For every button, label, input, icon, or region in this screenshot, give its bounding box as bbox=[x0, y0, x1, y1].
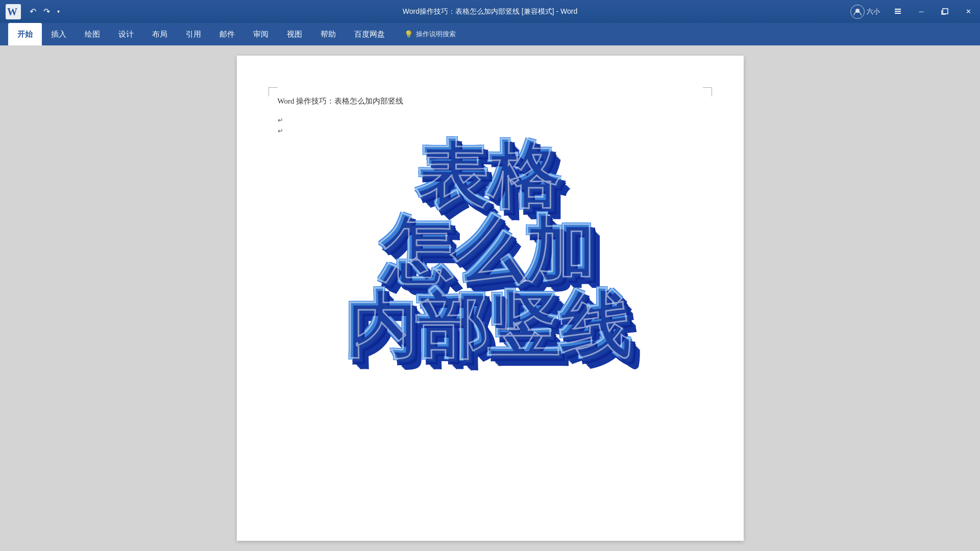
document-title: Word 操作技巧：表格怎么加内部竖线 bbox=[278, 96, 703, 106]
big-decorative-text: 表格怎么加内部竖线 bbox=[344, 137, 630, 362]
svg-rect-4 bbox=[895, 11, 901, 12]
title-bar-left: W ↶ ↷ ▾ bbox=[4, 3, 63, 21]
window-controls: ─ ✕ bbox=[886, 0, 980, 23]
svg-rect-6 bbox=[943, 9, 948, 14]
minimize-button[interactable]: ─ bbox=[910, 0, 933, 23]
avatar bbox=[850, 5, 865, 19]
title-bar: W ↶ ↷ ▾ Word操作技巧：表格怎么加内部竖线 [兼容模式] - Word… bbox=[0, 0, 980, 23]
document-area: Word 操作技巧：表格怎么加内部竖线 ↵ ↵ 表格怎么加内部竖线 bbox=[0, 45, 980, 551]
tab-baidu[interactable]: 百度网盘 bbox=[345, 23, 394, 45]
undo-redo-group: ↶ ↷ ▾ bbox=[27, 5, 63, 18]
tab-view[interactable]: 视图 bbox=[278, 23, 311, 45]
redo-button[interactable]: ↷ bbox=[40, 5, 53, 18]
document-page: Word 操作技巧：表格怎么加内部竖线 ↵ ↵ 表格怎么加内部竖线 bbox=[237, 56, 744, 541]
undo-button[interactable]: ↶ bbox=[27, 5, 39, 18]
close-button[interactable]: ✕ bbox=[957, 0, 980, 23]
corner-mark-top-right bbox=[703, 87, 712, 96]
ribbon-display-button[interactable] bbox=[886, 0, 910, 23]
tab-help[interactable]: 帮助 bbox=[311, 23, 345, 45]
corner-mark-top-left bbox=[268, 87, 278, 96]
tab-references[interactable]: 引用 bbox=[177, 23, 210, 45]
document-content: Word 操作技巧：表格怎么加内部竖线 ↵ ↵ 表格怎么加内部竖线 bbox=[278, 96, 703, 135]
restore-button[interactable] bbox=[933, 0, 957, 23]
search-bar[interactable]: 💡 操作说明搜索 bbox=[404, 30, 456, 39]
ribbon: 开始 插入 绘图 设计 布局 引用 邮件 审阅 视图 帮助 百度网盘 💡 操作说… bbox=[0, 23, 980, 45]
paragraph-mark-2: ↵ bbox=[278, 127, 703, 135]
tab-design[interactable]: 设计 bbox=[109, 23, 143, 45]
tab-mailings[interactable]: 邮件 bbox=[210, 23, 244, 45]
paragraph-mark-1: ↵ bbox=[278, 116, 703, 124]
tab-review[interactable]: 审阅 bbox=[244, 23, 278, 45]
search-label: 操作说明搜索 bbox=[416, 30, 456, 39]
lightbulb-icon: 💡 bbox=[404, 30, 413, 38]
tab-layout[interactable]: 布局 bbox=[143, 23, 177, 45]
user-account-button[interactable]: 六小 bbox=[846, 3, 884, 21]
user-name: 六小 bbox=[867, 7, 880, 16]
title-bar-right: 六小 ─ ✕ bbox=[846, 0, 980, 23]
tab-draw[interactable]: 绘图 bbox=[76, 23, 109, 45]
svg-rect-3 bbox=[895, 9, 901, 10]
svg-rect-5 bbox=[895, 13, 901, 14]
word-logo: W bbox=[4, 3, 22, 21]
tab-start[interactable]: 开始 bbox=[8, 23, 42, 45]
decorative-image: 表格怎么加内部竖线 bbox=[308, 96, 666, 403]
quick-access-more[interactable]: ▾ bbox=[54, 7, 63, 16]
tab-insert[interactable]: 插入 bbox=[42, 23, 76, 45]
svg-text:W: W bbox=[7, 6, 17, 17]
window-title: Word操作技巧：表格怎么加内部竖线 [兼容模式] - Word bbox=[403, 7, 578, 16]
